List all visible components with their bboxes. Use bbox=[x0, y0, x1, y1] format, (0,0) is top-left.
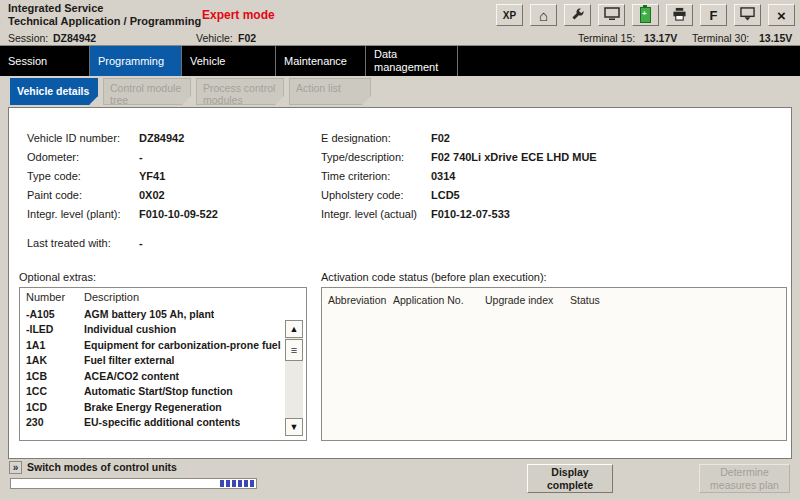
extras-header-row: Number Description bbox=[20, 288, 306, 306]
subtab-action-list[interactable]: Action list bbox=[289, 78, 371, 105]
extras-col-number: Number bbox=[20, 291, 84, 303]
activation-status-table: Abbreviation Application No. Upgrade ind… bbox=[321, 287, 787, 441]
optional-extras-title: Optional extras: bbox=[19, 271, 96, 283]
devices-button[interactable] bbox=[598, 4, 625, 26]
field-type-code: Type code:YF41 bbox=[27, 170, 312, 189]
field-vehicle-id: Vehicle ID number:DZ84942 bbox=[27, 132, 312, 151]
session-label: Session: bbox=[8, 32, 48, 44]
f-icon: F bbox=[710, 9, 718, 22]
print-button[interactable] bbox=[666, 4, 693, 26]
app-title-line1: Integrated Service bbox=[8, 2, 103, 14]
vehicle-label: Vehicle: bbox=[196, 32, 233, 44]
monitor-icon bbox=[604, 7, 620, 23]
scroll-down-button[interactable]: ▼ bbox=[285, 418, 303, 436]
workshop-button[interactable] bbox=[564, 4, 591, 26]
footer-status-text: Switch modes of control units bbox=[27, 461, 177, 473]
expand-status-button[interactable]: » bbox=[9, 461, 22, 474]
title-bar: Integrated Service Technical Application… bbox=[0, 0, 800, 30]
app-title-line2: Technical Application / Programming bbox=[8, 15, 201, 27]
subtab-vehicle-details[interactable]: Vehicle details bbox=[10, 78, 98, 105]
determine-measures-plan-button[interactable]: Determine measures plan bbox=[699, 464, 790, 493]
optional-extras-table: Number Description -A105AGM battery 105 … bbox=[19, 287, 307, 441]
tab-maintenance[interactable]: Maintenance bbox=[276, 46, 366, 76]
vehicle-details-panel: Vehicle ID number:DZ84942 Odometer:- Typ… bbox=[8, 107, 792, 459]
session-bar: Session: DZ84942 Vehicle: F02 Terminal 1… bbox=[0, 30, 800, 46]
progress-bar bbox=[10, 478, 257, 489]
printer-icon bbox=[672, 7, 687, 23]
sub-tab-bar: Vehicle details Control module tree Proc… bbox=[10, 78, 371, 105]
home-button[interactable]: ⌂ bbox=[530, 4, 557, 26]
field-last-treated: Last treated with:- bbox=[27, 237, 312, 256]
menu-bar-filler bbox=[458, 46, 800, 76]
home-icon: ⌂ bbox=[539, 8, 548, 23]
activation-col-application: Application No. bbox=[393, 294, 485, 306]
minimize-button[interactable] bbox=[734, 4, 761, 26]
subtab-control-module-tree[interactable]: Control module tree bbox=[103, 78, 191, 105]
table-row: 230EU-specific additional contents bbox=[20, 415, 306, 431]
table-row: 1CCAutomatic Start/Stop function bbox=[20, 384, 306, 400]
extras-col-description: Description bbox=[84, 291, 139, 303]
field-paint-code: Paint code:0X02 bbox=[27, 189, 312, 208]
field-e-designation: E designation:F02 bbox=[321, 132, 786, 151]
footer-bar: » Switch modes of control units Display … bbox=[0, 459, 800, 500]
field-upholstery-code: Upholstery code:LCD5 bbox=[321, 189, 786, 208]
activation-status-title: Activation code status (before plan exec… bbox=[321, 271, 547, 283]
activation-col-upgrade: Upgrade index bbox=[485, 294, 570, 306]
tab-data-management[interactable]: Data management bbox=[366, 46, 458, 76]
field-integr-level-actual: Integr. level (actual)F010-12-07-533 bbox=[321, 208, 786, 227]
scroll-up-button[interactable]: ▲ bbox=[285, 320, 303, 338]
xp-icon: XP bbox=[503, 10, 516, 21]
tab-vehicle[interactable]: Vehicle bbox=[182, 46, 276, 76]
table-row: -A105AGM battery 105 Ah, plant bbox=[20, 306, 306, 322]
tab-programming[interactable]: Programming bbox=[90, 46, 182, 76]
display-complete-button[interactable]: Display complete bbox=[527, 464, 613, 493]
battery-icon bbox=[640, 7, 651, 23]
extras-scrollbar[interactable]: ▲ ≡ ▼ bbox=[285, 320, 303, 436]
main-menu-bar: Session Programming Vehicle Maintenance … bbox=[0, 46, 800, 76]
vehicle-fields-left: Vehicle ID number:DZ84942 Odometer:- Typ… bbox=[27, 132, 312, 256]
close-icon: × bbox=[777, 8, 786, 23]
grip-icon: ≡ bbox=[291, 344, 297, 356]
table-row: 1A1Equipment for carbonization-prone fue… bbox=[20, 337, 306, 353]
field-type-description: Type/description:F02 740Li xDrive ECE LH… bbox=[321, 151, 786, 170]
xp-button[interactable]: XP bbox=[496, 4, 523, 26]
field-integr-level-plant: Integr. level (plant):F010-10-09-522 bbox=[27, 208, 312, 227]
table-row: 1AKFuel filter external bbox=[20, 353, 306, 369]
wrench-icon bbox=[571, 7, 585, 23]
table-row: -ILEDIndividual cushion bbox=[20, 322, 306, 338]
f-document-button[interactable]: F bbox=[700, 4, 727, 26]
activation-col-abbreviation: Abbreviation bbox=[322, 294, 393, 306]
session-value: DZ84942 bbox=[53, 32, 96, 44]
terminal30-value: 13.15V bbox=[759, 32, 792, 44]
titlebar-toolbar: XP ⌂ F × bbox=[496, 4, 795, 26]
terminal30-label: Terminal 30: bbox=[692, 32, 749, 44]
vehicle-value: F02 bbox=[238, 32, 256, 44]
scrollbar-thumb[interactable]: ≡ bbox=[285, 339, 303, 361]
vehicle-fields-right: E designation:F02 Type/description:F02 7… bbox=[321, 132, 786, 227]
table-row: 1CDBrake Energy Regeneration bbox=[20, 399, 306, 415]
activation-header-row: Abbreviation Application No. Upgrade ind… bbox=[322, 288, 786, 306]
scroll-down-icon: ▼ bbox=[290, 422, 299, 432]
close-button[interactable]: × bbox=[768, 4, 795, 26]
progress-segments bbox=[220, 480, 254, 487]
terminal15-label: Terminal 15: bbox=[578, 32, 635, 44]
subtab-process-control-modules[interactable]: Process control modules bbox=[196, 78, 284, 105]
scroll-up-icon: ▲ bbox=[290, 324, 299, 334]
table-row: 1CBACEA/CO2 content bbox=[20, 368, 306, 384]
minimize-icon bbox=[740, 7, 755, 23]
expand-icon: » bbox=[13, 463, 19, 473]
battery-status-button[interactable] bbox=[632, 4, 659, 26]
activation-col-status: Status bbox=[570, 294, 630, 306]
field-time-criterion: Time criterion:0314 bbox=[321, 170, 786, 189]
field-odometer: Odometer:- bbox=[27, 151, 312, 170]
expert-mode-label: Expert mode bbox=[202, 8, 275, 22]
tab-session[interactable]: Session bbox=[0, 46, 90, 76]
terminal15-value: 13.17V bbox=[644, 32, 677, 44]
